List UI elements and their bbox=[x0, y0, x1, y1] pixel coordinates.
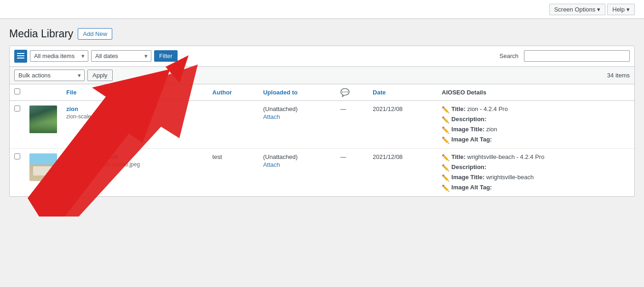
aioseo-description-row: ✏️ Description: bbox=[442, 164, 630, 171]
edit-icon: ✏️ bbox=[442, 116, 449, 123]
search-input[interactable] bbox=[524, 50, 630, 62]
items-count: 34 items bbox=[607, 72, 630, 79]
comment-cell: — bbox=[336, 148, 368, 196]
media-type-select[interactable]: All media items Images Audio Video bbox=[30, 50, 88, 62]
comment-header-icon: 💬 bbox=[340, 88, 350, 96]
aioseo-description-row: ✏️ Description: bbox=[442, 116, 630, 123]
uploaded-to-cell: (Unattached) Attach bbox=[259, 148, 336, 196]
author-cell: test bbox=[208, 148, 259, 196]
file-cell: zion zion-scaled.j… bbox=[62, 100, 208, 148]
aioseo-title-row: ✏️ Title: zion - 4.2.4 Pro bbox=[442, 105, 630, 113]
file-title-link[interactable]: wrightsville-beach bbox=[66, 153, 118, 160]
date-cell: 2021/12/08 bbox=[368, 100, 437, 148]
aioseo-image-title-row: ✏️ Image Title: zion bbox=[442, 126, 630, 134]
aioseo-image-alt-row: ✏️ Image Alt Tag: bbox=[442, 136, 630, 144]
date-cell: 2021/12/08 bbox=[368, 148, 437, 196]
page-title: Media Library bbox=[9, 27, 73, 41]
bulk-actions-select[interactable]: Bulk actions Delete Permanently bbox=[14, 70, 85, 81]
filter-button[interactable]: Filter bbox=[154, 50, 178, 62]
aioseo-description-label: Description: bbox=[451, 116, 486, 123]
aioseo-cell: ✏️ Title: zion - 4.2.4 Pro ✏️ Descriptio… bbox=[437, 100, 634, 148]
top-bar: Screen Options ▾ Help ▾ bbox=[0, 0, 644, 19]
media-type-select-wrapper: All media items Images Audio Video bbox=[30, 50, 88, 62]
col-uploaded-to-link[interactable]: Uploaded to bbox=[263, 89, 298, 96]
unattached-label: (Unattached) bbox=[263, 105, 298, 112]
table-row: wrightsville-beach wrightsville-beach-sc… bbox=[10, 148, 634, 196]
unattached-label: (Unattached) bbox=[263, 153, 298, 160]
list-icon bbox=[17, 53, 24, 59]
comment-dash: — bbox=[340, 105, 346, 112]
aioseo-image-title-label: Image Title: zion bbox=[451, 126, 497, 133]
screen-options-button[interactable]: Screen Options ▾ bbox=[549, 4, 606, 15]
col-file: File bbox=[62, 84, 208, 101]
date-select-wrapper: All dates December 2021 November 2021 bbox=[91, 50, 151, 62]
comment-cell: — bbox=[336, 100, 368, 148]
search-label: Search bbox=[500, 53, 518, 59]
edit-icon: ✏️ bbox=[442, 126, 449, 134]
chevron-down-icon: ▾ bbox=[627, 6, 630, 13]
help-button[interactable]: Help ▾ bbox=[607, 4, 635, 15]
uploaded-to-cell: (Unattached) Attach bbox=[259, 100, 336, 148]
file-title: wrightsville-beach bbox=[66, 153, 203, 160]
comment-dash: — bbox=[340, 153, 346, 160]
aioseo-image-title-row: ✏️ Image Title: wrightsville-beach bbox=[442, 174, 630, 182]
thumbnail-cell bbox=[25, 148, 62, 196]
aioseo-title-label: Title: wrightsville-beach - 4.2.4 Pro bbox=[451, 153, 544, 160]
aioseo-image-title-label: Image Title: wrightsville-beach bbox=[451, 174, 534, 181]
bulk-actions-bar: Bulk actions Delete Permanently Apply 34… bbox=[10, 67, 634, 84]
aioseo-title-label: Title: zion - 4.2.4 Pro bbox=[451, 105, 508, 112]
aioseo-title-row: ✏️ Title: wrightsville-beach - 4.2.4 Pro bbox=[442, 153, 630, 161]
row-checkbox[interactable] bbox=[14, 105, 20, 111]
edit-icon: ✏️ bbox=[442, 154, 449, 161]
file-subtitle: wrightsville-beach-scaled.jpeg bbox=[66, 161, 203, 168]
filter-bar: All media items Images Audio Video All d… bbox=[10, 46, 634, 67]
svg-rect-2 bbox=[17, 58, 24, 59]
file-title-link[interactable]: zion bbox=[66, 105, 78, 112]
edit-icon: ✏️ bbox=[442, 136, 449, 144]
mountain-thumbnail bbox=[29, 105, 57, 133]
aioseo-image-alt-label: Image Alt Tag: bbox=[451, 184, 492, 191]
aioseo-cell: ✏️ Title: wrightsville-beach - 4.2.4 Pro… bbox=[437, 148, 634, 196]
col-comment: 💬 bbox=[336, 84, 368, 101]
edit-icon: ✏️ bbox=[442, 106, 449, 113]
add-new-button[interactable]: Add New bbox=[78, 28, 112, 40]
aioseo-image-alt-row: ✏️ Image Alt Tag: bbox=[442, 184, 630, 192]
aioseo-image-alt-label: Image Alt Tag: bbox=[451, 136, 492, 143]
thumbnail-cell bbox=[25, 100, 62, 148]
col-author: Author bbox=[208, 84, 259, 101]
edit-icon: ✏️ bbox=[442, 164, 449, 171]
bulk-left: Bulk actions Delete Permanently Apply bbox=[14, 70, 113, 81]
table-header-row: File Author Uploaded to 💬 Date AIOSEO De… bbox=[10, 84, 634, 101]
aioseo-description-label: Description: bbox=[451, 164, 486, 170]
screen-options-label: Screen Options bbox=[554, 6, 596, 13]
svg-rect-0 bbox=[17, 53, 24, 54]
chevron-down-icon: ▾ bbox=[597, 6, 600, 13]
table-row: zion zion-scaled.j… (Unattached) Attach … bbox=[10, 100, 634, 148]
file-title: zion bbox=[66, 105, 203, 112]
select-all-checkbox[interactable] bbox=[14, 88, 20, 94]
col-aioseo: AIOSEO Details bbox=[437, 84, 634, 101]
author-cell bbox=[208, 100, 259, 148]
media-table: File Author Uploaded to 💬 Date AIOSEO De… bbox=[10, 84, 634, 196]
attach-link[interactable]: Attach bbox=[263, 161, 331, 168]
edit-icon: ✏️ bbox=[442, 174, 449, 182]
apply-button[interactable]: Apply bbox=[87, 70, 113, 81]
beach-thumbnail bbox=[29, 153, 57, 181]
col-date-link[interactable]: Date bbox=[373, 89, 385, 96]
attach-link[interactable]: Attach bbox=[263, 113, 331, 120]
col-file-link[interactable]: File bbox=[66, 89, 76, 96]
svg-rect-1 bbox=[17, 55, 24, 56]
content-area: All media items Images Audio Video All d… bbox=[9, 46, 635, 197]
file-subtitle: zion-scaled.j… bbox=[66, 113, 203, 120]
col-author-link[interactable]: Author bbox=[213, 89, 232, 96]
edit-icon: ✏️ bbox=[442, 184, 449, 192]
list-view-button[interactable] bbox=[14, 50, 27, 63]
help-label: Help bbox=[612, 6, 625, 13]
row-checkbox[interactable] bbox=[14, 153, 20, 159]
bulk-actions-wrapper: Bulk actions Delete Permanently bbox=[14, 70, 85, 81]
file-cell: wrightsville-beach wrightsville-beach-sc… bbox=[62, 148, 208, 196]
col-uploaded-to: Uploaded to bbox=[259, 84, 336, 101]
date-select[interactable]: All dates December 2021 November 2021 bbox=[91, 50, 151, 62]
page-header: Media Library Add New bbox=[0, 19, 644, 46]
col-date: Date bbox=[368, 84, 437, 101]
